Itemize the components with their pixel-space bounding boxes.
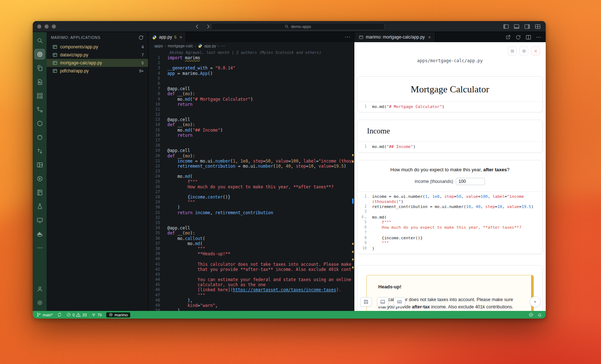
more-icon[interactable] xyxy=(34,242,45,253)
fold-icon[interactable]: ⌄ xyxy=(365,215,366,219)
income-input[interactable] xyxy=(456,178,485,185)
breadcrumb-file[interactable]: app.py xyxy=(204,44,216,48)
code-line[interactable]: 49 kind="warn", xyxy=(148,303,354,308)
code-line[interactable]: 40 xyxy=(148,256,354,261)
more-actions-icon[interactable] xyxy=(345,34,350,40)
code-line[interactable]: 21 income = mo.ui.number(1, 1e8, step=50… xyxy=(148,159,354,164)
components-icon[interactable] xyxy=(34,90,45,101)
code-line[interactable]: 8def __(mo): xyxy=(148,91,354,96)
shutdown-icon[interactable] xyxy=(531,47,540,55)
code-line[interactable]: 17 xyxy=(148,138,354,143)
code-line[interactable]: 11 xyxy=(148,107,354,112)
code-line[interactable]: 22 retirement_contribution = mo.ui.numbe… xyxy=(148,164,354,169)
close-tab-icon[interactable]: × xyxy=(179,35,182,40)
split-editor-icon[interactable] xyxy=(526,35,531,40)
code-line[interactable]: 45 calculator, such as the one xyxy=(148,282,354,287)
sidebar-item[interactable]: dataviz/app.py7 xyxy=(47,51,148,59)
reload-icon[interactable] xyxy=(516,35,521,40)
close-tab-icon[interactable]: × xyxy=(428,35,431,40)
notebook-icon[interactable] xyxy=(34,187,45,198)
cell-code[interactable]: 1mo.md("## Income") xyxy=(358,141,542,152)
problems-status[interactable]: 0 33 xyxy=(66,312,87,317)
code-line[interactable]: 43 xyxy=(148,272,354,277)
code-line[interactable]: 29 """ xyxy=(148,200,354,205)
code-line[interactable]: 1mo.md("# Mortgage Calculator") xyxy=(361,104,539,109)
code-line[interactable]: 50 ) xyxy=(148,308,354,311)
code-line[interactable]: 48 ), xyxy=(148,298,354,303)
code-line[interactable]: 5 xyxy=(148,76,354,81)
run-icon[interactable] xyxy=(530,296,541,307)
breadcrumb-apps[interactable]: apps xyxy=(154,44,163,48)
code-line[interactable]: 25 f""" xyxy=(148,179,354,184)
code-line[interactable]: 10 return xyxy=(148,102,354,107)
hexagon-icon[interactable] xyxy=(34,118,45,129)
code-line[interactable]: 31 return income, retirement_contributio… xyxy=(148,210,354,215)
minimize-window-button[interactable] xyxy=(44,24,49,29)
pipeline-icon[interactable] xyxy=(34,104,45,115)
code-line[interactable]: 27 xyxy=(148,189,354,195)
open-external-icon[interactable] xyxy=(505,35,511,40)
close-window-button[interactable] xyxy=(37,24,41,29)
panel-toggle-icon[interactable] xyxy=(377,297,389,307)
breadcrumb-symbol[interactable]: ⋯ xyxy=(221,44,225,48)
back-icon[interactable] xyxy=(194,24,200,29)
code-line[interactable]: 33 xyxy=(148,220,354,225)
customize-layout-icon[interactable] xyxy=(535,24,541,29)
code-line[interactable]: 12 xyxy=(148,112,354,117)
refresh-icon[interactable] xyxy=(138,35,144,40)
code-line[interactable]: 28 {income.center()} xyxy=(148,195,354,200)
code-line[interactable]: 4⌄mo.md( xyxy=(361,215,539,220)
marimo-icon[interactable] xyxy=(34,49,45,60)
github-icon[interactable] xyxy=(34,132,45,143)
code-line[interactable]: 44 You can estimate your federal and sta… xyxy=(148,277,354,282)
file-search-icon[interactable] xyxy=(34,76,45,87)
menu-icon[interactable] xyxy=(508,47,517,55)
code-line[interactable]: 7 xyxy=(361,231,539,236)
code-line[interactable]: 3 xyxy=(361,209,539,215)
sidebar-item[interactable]: pdfchat/app.py9+ xyxy=(47,67,148,75)
code-line[interactable]: 37 mo.md( xyxy=(148,241,354,246)
code-line[interactable]: 38 """ xyxy=(148,246,354,251)
code-editor[interactable]: Akshay Agrawal, last month | 2 authors (… xyxy=(148,49,354,311)
code-line[interactable]: 42 that you provide **after-tax** income… xyxy=(148,267,354,272)
layout-icon[interactable] xyxy=(34,159,45,170)
code-line[interactable]: 5 f""" xyxy=(361,220,539,225)
toggle-secondary-sidebar-icon[interactable] xyxy=(524,24,530,29)
code-line[interactable]: 35def __(mo): xyxy=(148,231,354,236)
compare-icon[interactable] xyxy=(34,145,45,156)
sidebar-item[interactable]: components/app.py4 xyxy=(47,43,148,51)
save-icon[interactable] xyxy=(360,297,372,307)
bell-icon[interactable] xyxy=(537,312,542,317)
sidebar-item[interactable]: mortgage-calc/app.py5 xyxy=(47,59,148,67)
code-line[interactable]: 39 **Heads-up!** xyxy=(148,251,354,256)
code-line[interactable]: 47 """ xyxy=(148,293,354,298)
account-icon[interactable] xyxy=(34,283,45,294)
files-icon[interactable] xyxy=(34,63,45,73)
devices-icon[interactable] xyxy=(34,215,45,225)
code-line[interactable]: 30 ) xyxy=(148,205,354,210)
git-branch-status[interactable]: main* xyxy=(36,312,53,317)
breadcrumb-folder[interactable]: mortgage-calc xyxy=(168,44,193,48)
code-line[interactable]: 4app = marimo.App() xyxy=(148,71,354,76)
code-line[interactable]: 2 xyxy=(148,60,354,65)
tab-marimo-preview[interactable]: marimo: mortgage-calc/app.py × xyxy=(354,32,436,42)
code-line[interactable]: 1income = mo.ui.number(1, 1e8, step=50, … xyxy=(361,194,539,199)
overview-ruler[interactable] xyxy=(352,49,354,311)
code-line[interactable]: 20def __(mo): xyxy=(148,153,354,159)
tab-app-py[interactable]: app.py 5 × xyxy=(148,32,186,42)
code-line[interactable]: 9 mo.md("# Mortgage Calculator") xyxy=(148,97,354,102)
play-circle-icon[interactable] xyxy=(34,173,45,184)
code-line[interactable]: 14def __(mo): xyxy=(148,122,354,127)
feedback-icon[interactable] xyxy=(529,312,533,317)
code-line[interactable]: 18 xyxy=(148,143,354,148)
code-line[interactable]: 1mo.md("## Income") xyxy=(361,144,539,149)
gear-icon[interactable] xyxy=(34,297,45,308)
sync-status[interactable] xyxy=(57,312,62,317)
code-line[interactable]: 23 xyxy=(148,169,354,174)
docker-icon[interactable] xyxy=(34,228,45,239)
zoom-window-button[interactable] xyxy=(52,24,56,29)
code-line[interactable]: 2retirement_contribution = mo.ui.number(… xyxy=(361,204,539,209)
code-line[interactable]: 24 mo.md( xyxy=(148,174,354,179)
toggle-panel-icon[interactable] xyxy=(514,24,520,29)
code-line[interactable]: 6 How much do you expect to make this ye… xyxy=(361,225,539,230)
